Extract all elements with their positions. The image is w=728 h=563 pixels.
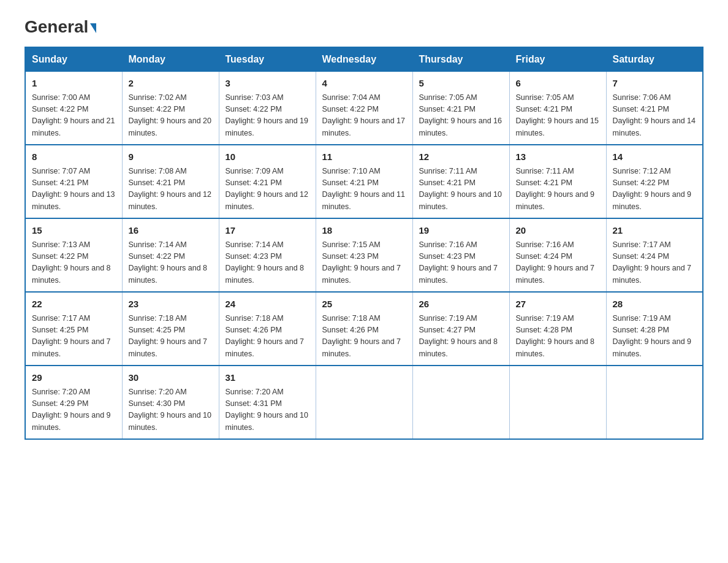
calendar-day-cell: 9Sunrise: 7:08 AMSunset: 4:21 PMDaylight…	[122, 145, 219, 218]
calendar-day-cell: 22Sunrise: 7:17 AMSunset: 4:25 PMDayligh…	[25, 292, 122, 366]
day-info: Sunrise: 7:13 AMSunset: 4:22 PMDaylight:…	[32, 239, 116, 287]
calendar-day-cell: 28Sunrise: 7:19 AMSunset: 4:28 PMDayligh…	[606, 292, 703, 366]
day-number: 15	[32, 224, 116, 238]
calendar-table: SundayMondayTuesdayWednesdayThursdayFrid…	[25, 47, 703, 440]
day-info: Sunrise: 7:03 AMSunset: 4:22 PMDaylight:…	[226, 92, 309, 140]
day-number: 19	[419, 224, 503, 238]
calendar-day-cell: 16Sunrise: 7:14 AMSunset: 4:22 PMDayligh…	[122, 218, 219, 292]
day-info: Sunrise: 7:16 AMSunset: 4:23 PMDaylight:…	[419, 239, 503, 287]
day-number: 21	[613, 224, 697, 238]
day-number: 18	[322, 224, 406, 238]
calendar-day-cell	[316, 366, 412, 439]
day-info: Sunrise: 7:02 AMSunset: 4:22 PMDaylight:…	[129, 92, 213, 140]
day-info: Sunrise: 7:19 AMSunset: 4:28 PMDaylight:…	[613, 313, 697, 361]
calendar-day-cell: 15Sunrise: 7:13 AMSunset: 4:22 PMDayligh…	[25, 218, 122, 292]
day-number: 10	[226, 150, 309, 164]
day-of-week-header: Thursday	[412, 47, 509, 72]
day-number: 23	[129, 297, 213, 312]
calendar-day-cell: 24Sunrise: 7:18 AMSunset: 4:26 PMDayligh…	[219, 292, 316, 366]
day-info: Sunrise: 7:11 AMSunset: 4:21 PMDaylight:…	[516, 166, 600, 213]
day-number: 11	[322, 150, 406, 164]
day-number: 9	[129, 150, 213, 164]
day-number: 12	[419, 150, 503, 164]
day-number: 8	[32, 150, 116, 164]
day-info: Sunrise: 7:15 AMSunset: 4:23 PMDaylight:…	[322, 239, 406, 287]
day-of-week-header: Saturday	[606, 47, 703, 72]
calendar-day-cell: 21Sunrise: 7:17 AMSunset: 4:24 PMDayligh…	[606, 218, 703, 292]
day-number: 22	[32, 297, 116, 312]
day-info: Sunrise: 7:20 AMSunset: 4:31 PMDaylight:…	[226, 386, 309, 434]
day-number: 26	[419, 297, 503, 312]
calendar-week-row: 1Sunrise: 7:00 AMSunset: 4:22 PMDaylight…	[25, 72, 703, 145]
day-number: 27	[516, 297, 600, 312]
calendar-day-cell: 27Sunrise: 7:19 AMSunset: 4:28 PMDayligh…	[509, 292, 606, 366]
calendar-day-cell: 30Sunrise: 7:20 AMSunset: 4:30 PMDayligh…	[122, 366, 219, 439]
day-number: 24	[226, 297, 309, 312]
calendar-day-cell: 29Sunrise: 7:20 AMSunset: 4:29 PMDayligh…	[25, 366, 122, 439]
calendar-day-cell	[412, 366, 509, 439]
day-of-week-header: Sunday	[25, 47, 122, 72]
day-info: Sunrise: 7:09 AMSunset: 4:21 PMDaylight:…	[226, 166, 309, 213]
day-info: Sunrise: 7:06 AMSunset: 4:21 PMDaylight:…	[613, 92, 697, 140]
calendar-day-cell: 4Sunrise: 7:04 AMSunset: 4:22 PMDaylight…	[316, 72, 412, 145]
calendar-week-row: 29Sunrise: 7:20 AMSunset: 4:29 PMDayligh…	[25, 366, 703, 439]
day-info: Sunrise: 7:19 AMSunset: 4:28 PMDaylight:…	[516, 313, 600, 361]
day-number: 30	[129, 371, 213, 385]
calendar-day-cell: 10Sunrise: 7:09 AMSunset: 4:21 PMDayligh…	[219, 145, 316, 218]
day-info: Sunrise: 7:16 AMSunset: 4:24 PMDaylight:…	[516, 239, 600, 287]
day-info: Sunrise: 7:19 AMSunset: 4:27 PMDaylight:…	[419, 313, 503, 361]
day-number: 20	[516, 224, 600, 238]
calendar-day-cell: 18Sunrise: 7:15 AMSunset: 4:23 PMDayligh…	[316, 218, 412, 292]
calendar-day-cell: 25Sunrise: 7:18 AMSunset: 4:26 PMDayligh…	[316, 292, 412, 366]
calendar-day-cell: 1Sunrise: 7:00 AMSunset: 4:22 PMDaylight…	[25, 72, 122, 145]
calendar-day-cell: 19Sunrise: 7:16 AMSunset: 4:23 PMDayligh…	[412, 218, 509, 292]
day-info: Sunrise: 7:10 AMSunset: 4:21 PMDaylight:…	[322, 166, 406, 213]
calendar-day-cell: 12Sunrise: 7:11 AMSunset: 4:21 PMDayligh…	[412, 145, 509, 218]
day-of-week-header: Monday	[122, 47, 219, 72]
calendar-day-cell: 5Sunrise: 7:05 AMSunset: 4:21 PMDaylight…	[412, 72, 509, 145]
calendar-day-cell	[606, 366, 703, 439]
calendar-day-cell: 17Sunrise: 7:14 AMSunset: 4:23 PMDayligh…	[219, 218, 316, 292]
calendar-week-row: 22Sunrise: 7:17 AMSunset: 4:25 PMDayligh…	[25, 292, 703, 366]
calendar-day-cell: 8Sunrise: 7:07 AMSunset: 4:21 PMDaylight…	[25, 145, 122, 218]
day-info: Sunrise: 7:12 AMSunset: 4:22 PMDaylight:…	[613, 166, 697, 213]
day-number: 13	[516, 150, 600, 164]
calendar-week-row: 15Sunrise: 7:13 AMSunset: 4:22 PMDayligh…	[25, 218, 703, 292]
day-info: Sunrise: 7:20 AMSunset: 4:30 PMDaylight:…	[129, 386, 213, 434]
day-number: 5	[419, 77, 503, 91]
calendar-day-cell: 11Sunrise: 7:10 AMSunset: 4:21 PMDayligh…	[316, 145, 412, 218]
calendar-day-cell: 3Sunrise: 7:03 AMSunset: 4:22 PMDaylight…	[219, 72, 316, 145]
calendar-header-row: SundayMondayTuesdayWednesdayThursdayFrid…	[25, 47, 703, 72]
day-info: Sunrise: 7:04 AMSunset: 4:22 PMDaylight:…	[322, 92, 406, 140]
day-number: 28	[613, 297, 697, 312]
day-info: Sunrise: 7:20 AMSunset: 4:29 PMDaylight:…	[32, 386, 116, 434]
day-info: Sunrise: 7:05 AMSunset: 4:21 PMDaylight:…	[516, 92, 600, 140]
day-number: 3	[226, 77, 309, 91]
day-info: Sunrise: 7:05 AMSunset: 4:21 PMDaylight:…	[419, 92, 503, 140]
day-number: 25	[322, 297, 406, 312]
day-info: Sunrise: 7:14 AMSunset: 4:22 PMDaylight:…	[129, 239, 213, 287]
day-of-week-header: Tuesday	[219, 47, 316, 72]
day-info: Sunrise: 7:11 AMSunset: 4:21 PMDaylight:…	[419, 166, 503, 213]
day-number: 7	[613, 77, 697, 91]
day-info: Sunrise: 7:17 AMSunset: 4:24 PMDaylight:…	[613, 239, 697, 287]
day-number: 31	[226, 371, 309, 385]
day-number: 14	[613, 150, 697, 164]
calendar-day-cell: 26Sunrise: 7:19 AMSunset: 4:27 PMDayligh…	[412, 292, 509, 366]
calendar-day-cell: 6Sunrise: 7:05 AMSunset: 4:21 PMDaylight…	[509, 72, 606, 145]
day-info: Sunrise: 7:14 AMSunset: 4:23 PMDaylight:…	[226, 239, 309, 287]
calendar-day-cell: 20Sunrise: 7:16 AMSunset: 4:24 PMDayligh…	[509, 218, 606, 292]
day-number: 17	[226, 224, 309, 238]
calendar-day-cell: 23Sunrise: 7:18 AMSunset: 4:25 PMDayligh…	[122, 292, 219, 366]
day-info: Sunrise: 7:07 AMSunset: 4:21 PMDaylight:…	[32, 166, 116, 213]
calendar-day-cell: 2Sunrise: 7:02 AMSunset: 4:22 PMDaylight…	[122, 72, 219, 145]
day-number: 29	[32, 371, 116, 385]
day-info: Sunrise: 7:18 AMSunset: 4:26 PMDaylight:…	[226, 313, 309, 361]
day-info: Sunrise: 7:08 AMSunset: 4:21 PMDaylight:…	[129, 166, 213, 213]
day-number: 1	[32, 77, 116, 91]
day-info: Sunrise: 7:18 AMSunset: 4:25 PMDaylight:…	[129, 313, 213, 361]
calendar-day-cell: 7Sunrise: 7:06 AMSunset: 4:21 PMDaylight…	[606, 72, 703, 145]
day-of-week-header: Friday	[509, 47, 606, 72]
day-number: 6	[516, 77, 600, 91]
day-info: Sunrise: 7:18 AMSunset: 4:26 PMDaylight:…	[322, 313, 406, 361]
